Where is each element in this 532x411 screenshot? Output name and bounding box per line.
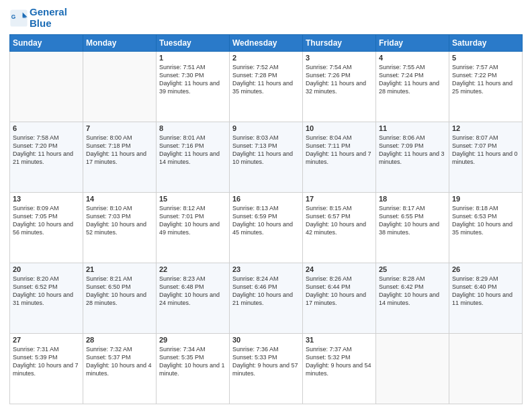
weekday-header-tuesday: Tuesday (157, 35, 230, 52)
calendar-cell: 21Sunrise: 8:21 AMSunset: 6:50 PMDayligh… (83, 263, 157, 334)
day-number: 17 (306, 195, 373, 203)
calendar-cell (376, 334, 449, 404)
cell-daylight-info: Sunrise: 8:28 AMSunset: 6:42 PMDaylight:… (379, 275, 446, 308)
day-number: 21 (86, 265, 153, 273)
cell-daylight-info: Sunrise: 8:09 AMSunset: 7:05 PMDaylight:… (13, 204, 80, 237)
calendar-cell: 24Sunrise: 8:26 AMSunset: 6:44 PMDayligh… (303, 263, 376, 334)
cell-daylight-info: Sunrise: 7:32 AMSunset: 5:37 PMDaylight:… (86, 345, 153, 378)
cell-daylight-info: Sunrise: 7:58 AMSunset: 7:20 PMDaylight:… (13, 134, 80, 167)
cell-daylight-info: Sunrise: 7:51 AMSunset: 7:30 PMDaylight:… (159, 63, 226, 96)
calendar-cell: 5Sunrise: 7:57 AMSunset: 7:22 PMDaylight… (449, 52, 523, 122)
day-number: 26 (452, 265, 519, 273)
weekday-header-thursday: Thursday (303, 35, 376, 52)
day-number: 6 (13, 124, 80, 132)
calendar-week-3: 13Sunrise: 8:09 AMSunset: 7:05 PMDayligh… (10, 193, 523, 263)
weekday-header-wednesday: Wednesday (230, 35, 303, 52)
calendar-cell (10, 52, 83, 122)
calendar-week-1: 1Sunrise: 7:51 AMSunset: 7:30 PMDaylight… (10, 52, 523, 122)
day-number: 23 (232, 265, 300, 273)
cell-daylight-info: Sunrise: 8:26 AMSunset: 6:44 PMDaylight:… (306, 275, 373, 308)
weekday-header-saturday: Saturday (449, 35, 523, 52)
day-number: 14 (86, 195, 153, 203)
calendar-cell: 1Sunrise: 7:51 AMSunset: 7:30 PMDaylight… (157, 52, 230, 122)
calendar-cell: 4Sunrise: 7:55 AMSunset: 7:24 PMDaylight… (376, 52, 449, 122)
logo-text: General Blue (30, 7, 67, 29)
cell-daylight-info: Sunrise: 8:18 AMSunset: 6:53 PMDaylight:… (452, 204, 519, 237)
cell-daylight-info: Sunrise: 8:03 AMSunset: 7:13 PMDaylight:… (232, 134, 300, 167)
cell-daylight-info: Sunrise: 7:31 AMSunset: 5:39 PMDaylight:… (13, 345, 80, 378)
day-number: 9 (232, 124, 300, 132)
day-number: 30 (232, 336, 300, 344)
calendar-cell: 3Sunrise: 7:54 AMSunset: 7:26 PMDaylight… (303, 52, 376, 122)
calendar-cell: 29Sunrise: 7:34 AMSunset: 5:35 PMDayligh… (157, 334, 230, 404)
cell-daylight-info: Sunrise: 7:55 AMSunset: 7:24 PMDaylight:… (379, 63, 446, 96)
cell-daylight-info: Sunrise: 8:15 AMSunset: 6:57 PMDaylight:… (306, 204, 373, 237)
calendar-cell: 17Sunrise: 8:15 AMSunset: 6:57 PMDayligh… (303, 193, 376, 263)
day-number: 5 (452, 54, 519, 62)
day-number: 2 (232, 54, 300, 62)
calendar-cell: 6Sunrise: 7:58 AMSunset: 7:20 PMDaylight… (10, 122, 83, 193)
calendar-cell: 2Sunrise: 7:52 AMSunset: 7:28 PMDaylight… (230, 52, 303, 122)
calendar-cell: 11Sunrise: 8:06 AMSunset: 7:09 PMDayligh… (376, 122, 449, 193)
svg-text:G: G (11, 13, 16, 20)
cell-daylight-info: Sunrise: 8:13 AMSunset: 6:59 PMDaylight:… (232, 204, 300, 237)
day-number: 12 (452, 124, 519, 132)
calendar-cell: 14Sunrise: 8:10 AMSunset: 7:03 PMDayligh… (83, 193, 157, 263)
cell-daylight-info: Sunrise: 8:01 AMSunset: 7:16 PMDaylight:… (159, 134, 226, 167)
calendar-cell: 7Sunrise: 8:00 AMSunset: 7:18 PMDaylight… (83, 122, 157, 193)
header: G General Blue (9, 7, 523, 29)
cell-daylight-info: Sunrise: 7:37 AMSunset: 5:32 PMDaylight:… (306, 345, 373, 378)
day-number: 22 (159, 265, 226, 273)
calendar-week-4: 20Sunrise: 8:20 AMSunset: 6:52 PMDayligh… (10, 263, 523, 334)
cell-daylight-info: Sunrise: 7:34 AMSunset: 5:35 PMDaylight:… (159, 345, 226, 378)
logo: G General Blue (9, 7, 67, 29)
calendar-cell: 22Sunrise: 8:23 AMSunset: 6:48 PMDayligh… (157, 263, 230, 334)
day-number: 3 (306, 54, 373, 62)
calendar-cell: 16Sunrise: 8:13 AMSunset: 6:59 PMDayligh… (230, 193, 303, 263)
calendar-cell: 19Sunrise: 8:18 AMSunset: 6:53 PMDayligh… (449, 193, 523, 263)
calendar-cell: 31Sunrise: 7:37 AMSunset: 5:32 PMDayligh… (303, 334, 376, 404)
cell-daylight-info: Sunrise: 8:21 AMSunset: 6:50 PMDaylight:… (86, 275, 153, 308)
day-number: 1 (159, 54, 226, 62)
calendar-cell: 28Sunrise: 7:32 AMSunset: 5:37 PMDayligh… (83, 334, 157, 404)
cell-daylight-info: Sunrise: 8:23 AMSunset: 6:48 PMDaylight:… (159, 275, 226, 308)
cell-daylight-info: Sunrise: 8:10 AMSunset: 7:03 PMDaylight:… (86, 204, 153, 237)
day-number: 4 (379, 54, 446, 62)
cell-daylight-info: Sunrise: 8:07 AMSunset: 7:07 PMDaylight:… (452, 134, 519, 167)
calendar-week-2: 6Sunrise: 7:58 AMSunset: 7:20 PMDaylight… (10, 122, 523, 193)
cell-daylight-info: Sunrise: 8:04 AMSunset: 7:11 PMDaylight:… (306, 134, 373, 167)
cell-daylight-info: Sunrise: 7:57 AMSunset: 7:22 PMDaylight:… (452, 63, 519, 96)
calendar-cell: 20Sunrise: 8:20 AMSunset: 6:52 PMDayligh… (10, 263, 83, 334)
cell-daylight-info: Sunrise: 8:06 AMSunset: 7:09 PMDaylight:… (379, 134, 446, 167)
day-number: 29 (159, 336, 226, 344)
calendar-cell: 8Sunrise: 8:01 AMSunset: 7:16 PMDaylight… (157, 122, 230, 193)
cell-daylight-info: Sunrise: 7:52 AMSunset: 7:28 PMDaylight:… (232, 63, 300, 96)
cell-daylight-info: Sunrise: 8:12 AMSunset: 7:01 PMDaylight:… (159, 204, 226, 237)
calendar-cell: 18Sunrise: 8:17 AMSunset: 6:55 PMDayligh… (376, 193, 449, 263)
weekday-header-friday: Friday (376, 35, 449, 52)
cell-daylight-info: Sunrise: 8:00 AMSunset: 7:18 PMDaylight:… (86, 134, 153, 167)
calendar-cell: 13Sunrise: 8:09 AMSunset: 7:05 PMDayligh… (10, 193, 83, 263)
calendar-cell (449, 334, 523, 404)
day-number: 24 (306, 265, 373, 273)
day-number: 18 (379, 195, 446, 203)
day-number: 25 (379, 265, 446, 273)
calendar-cell: 9Sunrise: 8:03 AMSunset: 7:13 PMDaylight… (230, 122, 303, 193)
weekday-header-monday: Monday (83, 35, 157, 52)
day-number: 16 (232, 195, 300, 203)
day-number: 31 (306, 336, 373, 344)
day-number: 15 (159, 195, 226, 203)
calendar-cell: 12Sunrise: 8:07 AMSunset: 7:07 PMDayligh… (449, 122, 523, 193)
calendar-cell: 26Sunrise: 8:29 AMSunset: 6:40 PMDayligh… (449, 263, 523, 334)
day-number: 20 (13, 265, 80, 273)
calendar-cell (83, 52, 157, 122)
cell-daylight-info: Sunrise: 8:29 AMSunset: 6:40 PMDaylight:… (452, 275, 519, 308)
calendar-cell: 30Sunrise: 7:36 AMSunset: 5:33 PMDayligh… (230, 334, 303, 404)
day-number: 8 (159, 124, 226, 132)
day-number: 28 (86, 336, 153, 344)
calendar-table: SundayMondayTuesdayWednesdayThursdayFrid… (9, 34, 523, 404)
day-number: 19 (452, 195, 519, 203)
calendar-cell: 27Sunrise: 7:31 AMSunset: 5:39 PMDayligh… (10, 334, 83, 404)
cell-daylight-info: Sunrise: 7:54 AMSunset: 7:26 PMDaylight:… (306, 63, 373, 96)
cell-daylight-info: Sunrise: 8:20 AMSunset: 6:52 PMDaylight:… (13, 275, 80, 308)
